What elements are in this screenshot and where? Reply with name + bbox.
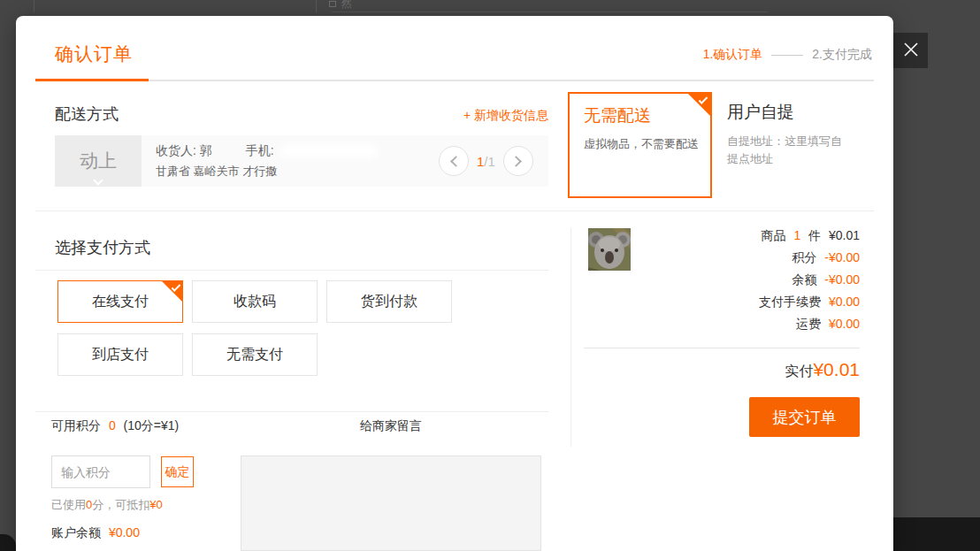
price-row-balance: 余额 -¥0.00 [635, 269, 860, 291]
item-unit: 件 [808, 228, 821, 242]
recipient-name: 收货人: 郭 [156, 143, 212, 159]
price-breakdown: 商品 1 件 ¥0.01 积分 -¥0.00 余额 -¥0.00 支付手续费 ¥… [635, 225, 860, 335]
address-recipient-row: 收货人: 郭 手机: [156, 143, 379, 159]
payment-method-online[interactable]: 在线支付 [57, 280, 183, 323]
row-value: -¥0.00 [824, 250, 860, 264]
balance-label: 账户余额 [51, 525, 101, 540]
pager-total: /1 [484, 154, 495, 169]
option-desc: 虚拟物品，不需要配送 [584, 136, 699, 152]
points-label: 可用积分 [51, 418, 101, 432]
chevron-left-icon [450, 156, 462, 167]
available-points-line: 可用积分 0 (10分=¥1) [51, 418, 179, 434]
row-label: 余额 [792, 272, 816, 287]
points-used-line: 已使用0分，可抵扣¥0 [51, 497, 163, 513]
section-divider [35, 210, 874, 211]
option-desc: 自提地址：这里填写自提点地址 [727, 133, 844, 168]
price-row-shipping: 运费 ¥0.00 [635, 313, 860, 335]
points-input[interactable] [51, 455, 150, 488]
phone-label: 手机: [246, 143, 274, 159]
summary-divider [584, 348, 860, 348]
payment-label: 到店支付 [92, 347, 149, 362]
background-footer [893, 517, 980, 551]
item-value: ¥0.01 [829, 228, 860, 242]
payment-method-heading: 选择支付方式 [55, 237, 150, 258]
background-divider [316, 0, 317, 12]
option-title: 用户自提 [727, 101, 794, 124]
option-title: 无需配送 [584, 104, 651, 127]
payment-method-in-store[interactable]: 到店支付 [57, 333, 183, 376]
price-row-points: 积分 -¥0.00 [635, 247, 860, 269]
address-pager: 1/1 [439, 146, 533, 176]
payment-method-cod[interactable]: 货到付款 [326, 280, 452, 323]
prev-address-button[interactable] [439, 146, 469, 176]
balance-value: ¥0.00 [109, 525, 140, 540]
submit-order-button[interactable]: 提交订单 [749, 397, 860, 437]
step-separator [771, 55, 803, 56]
row-label: 运费 [796, 317, 821, 331]
background-partial-text: 然 [341, 0, 352, 11]
row-value: ¥0.00 [829, 317, 860, 331]
address-region: 甘肃省 嘉峪关市 才行撒 [156, 164, 277, 180]
account-balance-line: 账户余额 ¥0.00 [51, 525, 140, 541]
total-row: 实付¥0.01 [635, 359, 860, 381]
points-rate: (10分=¥1) [124, 418, 180, 432]
payment-method-none[interactable]: 无需支付 [192, 333, 318, 376]
row-label: 支付手续费 [759, 295, 821, 309]
summary-divider-vertical [570, 228, 571, 447]
payment-heading-divider [35, 270, 548, 271]
confirm-order-modal: 确认订单 1.确认订单 2.支付完成 配送方式 + 新增收货信息 动上 收货人:… [16, 16, 893, 551]
chevron-right-icon [510, 156, 522, 167]
delivery-option-no-shipping[interactable]: 无需配送 虚拟物品，不需要配送 [568, 92, 712, 198]
used-text: 分，可抵扣 [92, 498, 149, 511]
section-divider [35, 411, 548, 412]
item-qty: 1 [793, 228, 800, 242]
add-address-link[interactable]: + 新增收货信息 [55, 108, 548, 124]
header-divider [35, 80, 874, 81]
pager-label: 1/1 [477, 154, 495, 169]
background-divider [34, 0, 34, 12]
product-thumbnail [588, 228, 631, 271]
payment-label: 货到付款 [361, 294, 417, 309]
price-row-item: 商品 1 件 ¥0.01 [635, 225, 860, 247]
payment-label: 无需支付 [226, 347, 283, 362]
merchant-message-textarea[interactable] [241, 455, 541, 551]
deduct-value: ¥0 [149, 498, 162, 511]
selected-corner-flag [687, 93, 711, 117]
close-button[interactable] [893, 33, 928, 68]
row-label: 商品 [761, 228, 785, 242]
merchant-message-label: 给商家留言 [241, 418, 541, 434]
next-address-button[interactable] [503, 146, 533, 176]
payment-method-qr-code[interactable]: 收款码 [192, 280, 318, 323]
points-value: 0 [109, 418, 116, 432]
phone-redacted-blur [279, 144, 379, 158]
background-checkbox-icon [329, 1, 336, 7]
address-card[interactable]: 动上 收货人: 郭 手机: 甘肃省 嘉峪关市 才行撒 1/1 [55, 135, 548, 187]
total-label: 实付 [785, 364, 813, 379]
checkout-steps: 1.确认订单 2.支付完成 [703, 47, 872, 63]
points-confirm-button[interactable]: 确定 [161, 456, 194, 487]
price-row-fee: 支付手续费 ¥0.00 [635, 291, 860, 313]
payment-label: 收款码 [234, 294, 276, 309]
payment-label: 在线支付 [92, 294, 149, 309]
total-value: ¥0.01 [813, 359, 860, 379]
row-value: ¥0.00 [829, 295, 860, 309]
close-icon [902, 41, 920, 61]
used-text: 已使用 [51, 498, 86, 511]
step-confirm-order: 1.确认订单 [703, 47, 763, 63]
delivery-option-self-pickup[interactable]: 用户自提 自提地址：这里填写自提点地址 [727, 92, 877, 198]
background-divider [332, 11, 768, 12]
row-label: 积分 [792, 250, 816, 264]
row-value: -¥0.00 [824, 272, 860, 287]
step-payment-complete: 2.支付完成 [812, 47, 872, 63]
header-accent-underline [35, 79, 149, 81]
koala-image [588, 258, 631, 271]
page-title: 确认订单 [55, 42, 133, 66]
background-footer [0, 534, 16, 551]
